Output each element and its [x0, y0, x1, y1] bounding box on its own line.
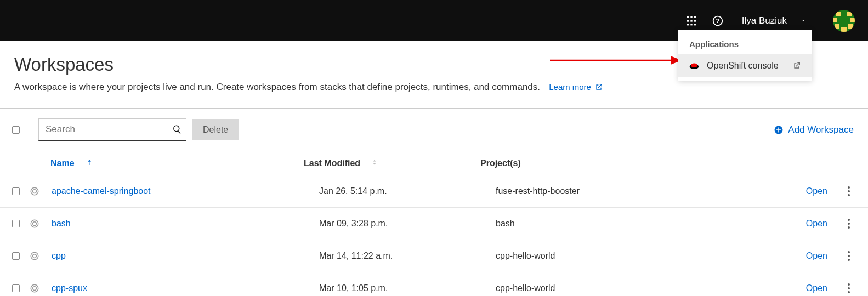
- row-actions-menu[interactable]: [844, 282, 854, 294]
- svg-point-25: [33, 287, 37, 291]
- search-input[interactable]: [38, 118, 168, 141]
- svg-rect-3: [687, 20, 688, 21]
- open-workspace-link[interactable]: Open: [806, 186, 827, 196]
- workspace-name-link[interactable]: bash: [52, 219, 71, 228]
- svg-point-18: [31, 187, 38, 195]
- col-header-projects[interactable]: Project(s): [480, 158, 793, 168]
- last-modified-cell: Mar 09, 3:28 p.m.: [319, 219, 496, 229]
- applications-dropdown: Applications OpenShift console: [678, 30, 812, 81]
- workspace-name-link[interactable]: apache-camel-springboot: [52, 186, 151, 196]
- projects-cell: cpp-hello-world: [496, 251, 793, 261]
- avatar[interactable]: [833, 10, 855, 32]
- status-ring-icon: [30, 251, 39, 261]
- svg-rect-1: [690, 16, 692, 18]
- add-workspace-label: Add Workspace: [788, 124, 854, 135]
- svg-rect-2: [694, 16, 696, 18]
- plus-circle-icon: [774, 125, 784, 135]
- table-row: bash Mar 09, 3:28 p.m. bash Open: [0, 208, 868, 240]
- col-header-modified[interactable]: Last Modified: [304, 158, 480, 168]
- delete-button[interactable]: Delete: [192, 119, 239, 140]
- row-checkbox[interactable]: [12, 252, 20, 260]
- svg-point-12: [691, 64, 697, 68]
- sort-asc-icon: [86, 158, 93, 168]
- col-header-name[interactable]: Name: [30, 158, 304, 168]
- svg-rect-4: [690, 20, 692, 21]
- row-checkbox[interactable]: [12, 284, 20, 292]
- external-link-icon: [792, 61, 801, 70]
- search-button[interactable]: [168, 118, 186, 141]
- external-link-icon: [594, 83, 603, 92]
- svg-point-24: [31, 284, 38, 292]
- svg-rect-0: [687, 16, 688, 18]
- workspace-name-link[interactable]: cpp: [52, 251, 66, 260]
- projects-cell: fuse-rest-http-booster: [496, 186, 793, 196]
- col-name-label: Name: [50, 158, 75, 168]
- page-description-row: A workspace is where your projects live …: [14, 82, 854, 93]
- redhat-icon: [689, 62, 699, 70]
- status-indicator: [30, 283, 45, 293]
- svg-point-21: [33, 222, 37, 226]
- row-checkbox[interactable]: [12, 187, 20, 195]
- last-modified-cell: Jan 26, 5:14 p.m.: [319, 186, 496, 196]
- status-ring-icon: [30, 283, 39, 293]
- projects-cell: bash: [496, 219, 793, 229]
- search-box: [38, 118, 186, 141]
- table-row: apache-camel-springboot Jan 26, 5:14 p.m…: [0, 175, 868, 208]
- open-workspace-link[interactable]: Open: [806, 283, 827, 293]
- user-menu[interactable]: Ilya Buziuk: [742, 15, 807, 26]
- svg-point-22: [31, 252, 38, 260]
- select-all-checkbox[interactable]: [12, 126, 20, 134]
- dropdown-header: Applications: [678, 30, 812, 54]
- svg-text:?: ?: [716, 17, 719, 24]
- openshift-console-link[interactable]: OpenShift console: [678, 54, 812, 77]
- open-workspace-link[interactable]: Open: [806, 219, 827, 229]
- svg-rect-8: [694, 24, 696, 25]
- status-ring-icon: [30, 219, 39, 229]
- status-indicator: [30, 219, 45, 229]
- svg-rect-5: [694, 20, 696, 21]
- table-row: cpp-spux Mar 10, 1:05 p.m. cpp-hello-wor…: [0, 272, 868, 296]
- status-indicator: [30, 251, 45, 261]
- projects-cell: cpp-hello-world: [496, 283, 793, 293]
- svg-rect-6: [687, 24, 688, 25]
- row-actions-menu[interactable]: [844, 250, 854, 262]
- apps-grid-icon[interactable]: [686, 15, 697, 26]
- topbar: ? Ilya Buziuk Applications OpenShift con…: [0, 0, 868, 41]
- svg-rect-7: [690, 24, 692, 25]
- page-description: A workspace is where your projects live …: [14, 82, 540, 92]
- user-name: Ilya Buziuk: [742, 15, 787, 26]
- svg-point-23: [33, 254, 37, 258]
- search-icon: [172, 124, 182, 134]
- row-actions-menu[interactable]: [844, 185, 854, 197]
- learn-more-link[interactable]: Learn more: [549, 82, 603, 92]
- table-row: cpp Mar 14, 11:22 a.m. cpp-hello-world O…: [0, 240, 868, 272]
- col-modified-label: Last Modified: [304, 158, 360, 168]
- learn-more-label: Learn more: [549, 82, 591, 92]
- help-icon[interactable]: ?: [712, 15, 723, 26]
- toolbar: Delete Add Workspace: [0, 109, 868, 151]
- chevron-down-icon: [800, 15, 807, 26]
- status-ring-icon: [30, 186, 39, 196]
- col-projects-label: Project(s): [480, 158, 521, 168]
- table-header: Name Last Modified Project(s): [0, 151, 868, 175]
- add-workspace-button[interactable]: Add Workspace: [774, 124, 854, 135]
- last-modified-cell: Mar 10, 1:05 p.m.: [319, 283, 496, 293]
- open-workspace-link[interactable]: Open: [806, 251, 827, 261]
- svg-point-20: [31, 220, 38, 227]
- svg-rect-17: [776, 129, 781, 130]
- status-indicator: [30, 186, 45, 196]
- last-modified-cell: Mar 14, 11:22 a.m.: [319, 251, 496, 261]
- workspaces-table: Name Last Modified Project(s) apache-cam…: [0, 151, 868, 296]
- row-checkbox[interactable]: [12, 220, 20, 227]
- dropdown-item-label: OpenShift console: [707, 61, 792, 71]
- workspace-name-link[interactable]: cpp-spux: [52, 283, 87, 293]
- row-actions-menu[interactable]: [844, 218, 854, 230]
- sort-icon: [371, 158, 378, 168]
- svg-point-19: [33, 190, 37, 193]
